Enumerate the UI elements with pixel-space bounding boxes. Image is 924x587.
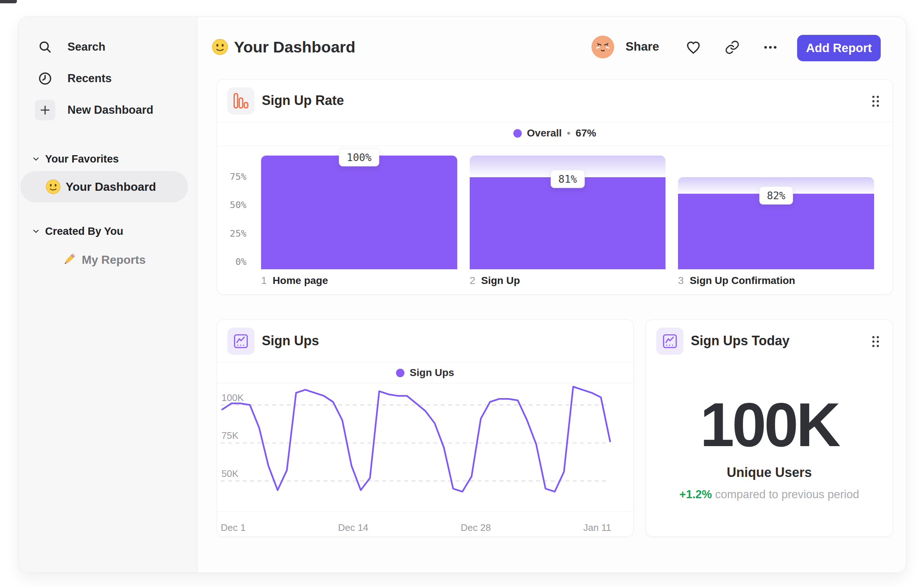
legend-dot [396,369,404,377]
share-button[interactable]: Share [625,40,659,54]
heart-icon[interactable] [685,39,702,56]
chevron-down-icon [31,227,41,236]
link-icon[interactable] [724,39,741,56]
funnel-bar-solid [261,155,457,269]
sidebar-section-created-by-you[interactable]: Created By You [19,222,197,240]
sidebar-item-new-dashboard[interactable]: New Dashboard [19,94,197,126]
divider [217,122,893,122]
step-name: Sign Up [481,275,520,286]
kpi-label: Unique Users [646,465,893,480]
step-index: 2 [470,275,475,286]
axis-tick: 100K [221,393,244,403]
line-chart: 100K75K50K [221,387,611,511]
sidebar-section-your-favorites[interactable]: Your Favorites [19,150,197,168]
kpi-value: 100K [646,390,893,460]
axis-tick: Dec 1 [221,522,246,533]
slightly-smiling-face-emoji [46,179,61,194]
legend-label: Sign Ups [409,367,454,379]
legend-label: Overall [527,127,562,139]
card-header: Sign Up Rate [217,79,893,122]
funnel-step-labels: 1Home page2Sign Up3Sign Up Confirmation [261,275,874,286]
chevron-down-icon [31,154,41,164]
funnel-bar-solid [678,194,874,269]
drag-handle-icon[interactable] [868,333,883,350]
funnel-step-label: 2Sign Up [470,275,666,286]
step-index: 3 [678,275,684,286]
page: Search Recents New Dashboard [0,0,924,587]
funnel-bar-value-tooltip: 81% [551,170,585,188]
funnel-y-axis: 75%50%25%0% [232,155,246,269]
card-title: Sign Up Rate [262,93,344,108]
legend-dot [513,129,522,137]
slightly-smiling-face-emoji [212,39,228,55]
sidebar-item-label: My Reports [82,253,145,267]
divider [217,146,893,146]
line-legend[interactable]: Sign Ups [217,366,633,379]
line-chart-icon [227,327,254,355]
funnel-bar-solid [470,177,666,269]
card-header: Sign Ups [217,320,633,362]
card-title: Sign Ups [262,333,319,349]
sidebar-item-search[interactable]: Search [19,31,197,63]
sidebar-item-my-reports[interactable]: My Reports [19,244,197,276]
clock-icon [35,68,55,89]
line-chart-icon [656,327,683,355]
funnel-bar-value-tooltip: 100% [339,149,379,167]
sidebar-item-recents[interactable]: Recents [19,63,197,94]
axis-tick: Jan 11 [583,522,611,533]
sidebar-item-label: Search [68,40,105,54]
plus-icon [35,100,55,120]
step-index: 1 [261,275,267,286]
card-title: Sign Ups Today [691,333,789,349]
page-title: Your Dashboard [234,38,355,56]
funnel-bars: 100%81%82% [261,155,874,269]
funnel-legend[interactable]: Overall • 67% [217,127,893,140]
sidebar-item-label: New Dashboard [68,103,153,117]
step-name: Home page [273,275,328,286]
axis-tick: 50% [230,200,246,210]
legend-value: 67% [576,127,596,139]
axis-tick: 75% [230,172,246,182]
sidebar-item-label: Recents [68,72,112,85]
drag-handle-icon[interactable] [868,93,883,110]
legend-separator: • [567,127,571,139]
axis-tick: Dec 28 [460,522,491,533]
step-name: Sign Up Confirmation [690,275,795,286]
dashboard-header: Your Dashboard Share [197,17,906,79]
funnel-bar: 82% [678,155,874,269]
funnel-step-label: 1Home page [261,275,457,286]
main-content: Your Dashboard Share [197,17,906,573]
avatar[interactable] [591,36,614,58]
bar-chart-icon [227,87,254,114]
axis-tick: Dec 14 [338,522,368,533]
add-report-button[interactable]: Add Report [797,35,881,61]
section-title: Created By You [45,225,123,237]
funnel-bar-value-tooltip: 82% [759,187,793,205]
funnel-bar: 81% [470,155,666,269]
divider [217,362,633,362]
more-ellipsis-icon[interactable] [762,39,779,56]
sidebar-item-label: Your Dashboard [66,180,156,194]
funnel-step-label: 3Sign Up Confirmation [678,275,874,286]
divider [217,383,633,384]
sidebar-item-your-dashboard[interactable]: Your Dashboard [20,171,188,203]
axis-tick: 0% [235,257,246,267]
app-window: Search Recents New Dashboard [18,17,906,573]
axis-tick: 75K [221,430,238,441]
axis-tick: 50K [221,468,238,479]
line-series [222,387,610,492]
cropped-window-fragment [0,0,17,3]
sign-ups-card: Sign Ups Sign Ups 100K75K50K Dec 1Dec 14… [217,319,634,537]
sign-ups-today-card: Sign Ups Today 100K Unique Users +1.2% c… [646,319,893,537]
search-icon [35,37,55,57]
card-header: Sign Ups Today [646,320,893,362]
funnel-chart: 75%50%25%0% 100%81%82% [232,155,874,269]
kpi-delta: +1.2% [680,488,712,501]
section-title: Your Favorites [45,153,119,165]
line-x-axis: Dec 1Dec 14Dec 28Jan 11 [221,511,611,536]
kpi-delta-caption: compared to previous period [715,488,859,501]
kpi-delta-row: +1.2% compared to previous period [646,488,893,501]
funnel-bar: 100% [261,155,457,269]
pencil-emoji [61,252,77,268]
sidebar: Search Recents New Dashboard [19,17,198,573]
